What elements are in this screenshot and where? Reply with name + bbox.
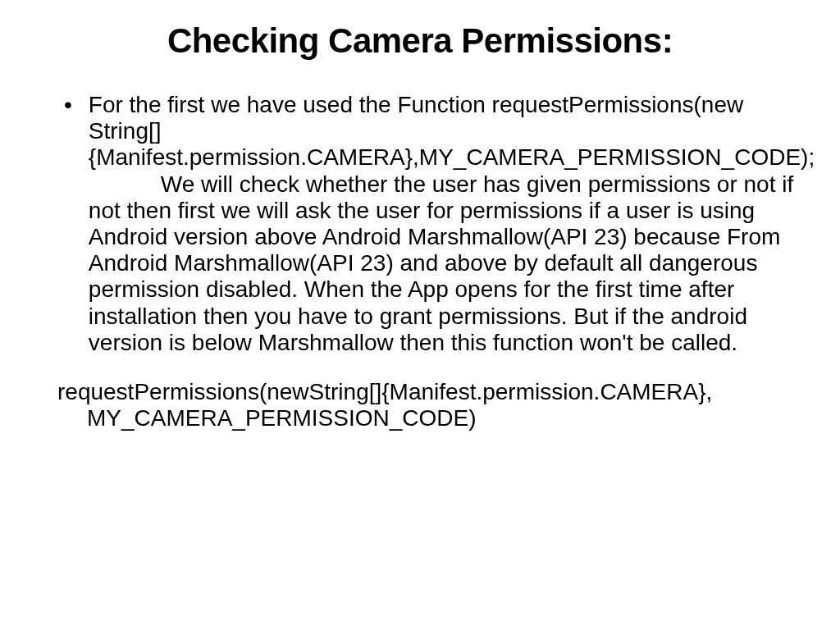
code-paragraph: requestPermissions(newString[]{Manifest.… bbox=[57, 379, 783, 431]
bullet-text-container: For the first we have used the Function … bbox=[89, 92, 815, 356]
slide-container: Checking Camera Permissions: • For the f… bbox=[0, 0, 840, 630]
bullet-item: • For the first we have used the Functio… bbox=[57, 92, 783, 356]
bullet-line-1: For the first we have used the Function … bbox=[89, 92, 815, 170]
bullet-line-2: We will check whether the user has given… bbox=[89, 171, 815, 356]
slide-title: Checking Camera Permissions: bbox=[57, 21, 783, 61]
bullet-marker: • bbox=[64, 92, 72, 118]
